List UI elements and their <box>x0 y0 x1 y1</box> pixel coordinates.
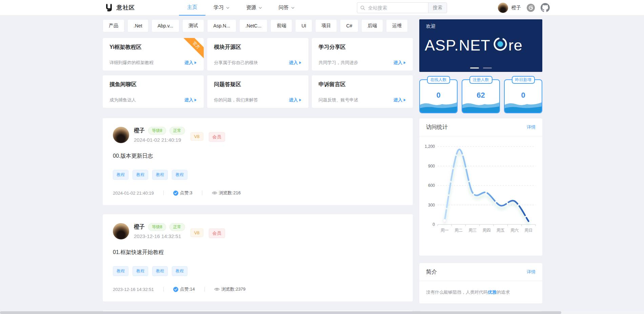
eye-icon <box>212 191 217 195</box>
svg-text:1,200: 1,200 <box>425 144 435 149</box>
enter-link[interactable]: 进入 <box>184 97 197 103</box>
post-date: 2024-01-02 21:40:19 <box>134 137 185 143</box>
visit-details-link[interactable]: 详情 <box>527 124 536 130</box>
category-card[interactable]: 官方 Yi框架教程区 详细到爆炸的框架教程 进入 <box>103 38 204 71</box>
post-title[interactable]: 01.框架快速开始教程 <box>113 249 403 256</box>
sidebar: 欢迎 ASP.NET re 在线人数 0 注 <box>419 19 542 314</box>
svg-text:600: 600 <box>428 183 435 188</box>
horizontal-scrollbar-thumb[interactable] <box>0 311 561 314</box>
tag-filter-button[interactable]: 测试 <box>182 19 204 32</box>
visit-stats-chart: 03006009001,200周一周二周三周四周五周六周日 <box>419 136 542 254</box>
post-avatar[interactable] <box>113 223 129 239</box>
user-name[interactable]: 橙子 <box>511 5 521 11</box>
post-tag[interactable]: 教程 <box>172 170 187 180</box>
brand[interactable]: 意社区 <box>105 3 135 12</box>
enter-link[interactable]: 进入 <box>184 60 197 66</box>
tag-filter-button[interactable]: 运维 <box>386 19 408 32</box>
category-desc: 共同学习，共同进步 <box>319 60 358 66</box>
enter-link[interactable]: 进入 <box>394 97 406 103</box>
welcome-banner[interactable]: 欢迎 ASP.NET re <box>419 19 542 72</box>
post-tag[interactable]: 教程 <box>152 266 168 276</box>
stat-value: 0 <box>505 91 542 100</box>
tag-filter-button[interactable]: 项目 <box>315 19 337 32</box>
category-desc: 问题反馈、账号申述 <box>319 97 358 103</box>
post-tag[interactable]: 教程 <box>133 266 148 276</box>
enter-link[interactable]: 进入 <box>289 97 302 103</box>
tag-filter-button[interactable]: C# <box>340 19 358 32</box>
post-author[interactable]: 橙子 <box>134 127 145 134</box>
post-tag[interactable]: 教程 <box>152 170 168 180</box>
nav-item[interactable]: 学习 <box>205 0 238 16</box>
intro-title: 简介 <box>426 269 437 276</box>
post-tag[interactable]: 教程 <box>133 170 148 180</box>
category-card[interactable]: 学习分享区 共同学习，共同进步 进入 <box>312 38 413 71</box>
stat-card: 注册人数 62 <box>462 79 500 113</box>
post-card: 橙子 等级8 正常 2024-01-02 21:40:19 V8 会员 00.版… <box>103 118 413 205</box>
post-footer-date: 2023-12-16 14:32:51 <box>113 287 154 292</box>
views-stat: 浏览数:2379 <box>214 286 246 292</box>
category-desc: 分享属于你自己的模块 <box>214 60 258 66</box>
level-badge: 等级8 <box>148 127 166 135</box>
category-title: 模块开源区 <box>214 44 301 51</box>
post-author[interactable]: 橙子 <box>134 223 145 231</box>
aspnet-core-logo: ASP.NET re <box>425 35 523 56</box>
carousel-dot[interactable] <box>483 67 492 68</box>
svg-text:900: 900 <box>428 164 435 169</box>
status-badge: 正常 <box>169 223 185 231</box>
category-title: Yi框架教程区 <box>109 44 197 51</box>
likes-stat: 点赞:3 <box>173 190 193 196</box>
member-badge: 会员 <box>209 229 225 238</box>
nav-item[interactable]: 问答 <box>270 0 303 16</box>
post-title[interactable]: 00.版本更新日志 <box>113 153 403 160</box>
stat-value: 62 <box>462 91 499 100</box>
tag-filter-button[interactable]: Abp.v... <box>152 19 179 32</box>
eye-icon <box>214 287 220 291</box>
category-card[interactable]: 模块开源区 分享属于你自己的模块 进入 <box>207 38 308 71</box>
svg-text:周五: 周五 <box>497 228 505 233</box>
search-input[interactable] <box>357 2 428 13</box>
tag-filter-button[interactable]: .Net <box>127 19 148 32</box>
category-card[interactable]: 问题答疑区 你的问题，我们来解答 进入 <box>207 75 308 108</box>
svg-text:周日: 周日 <box>524 228 532 233</box>
visit-stats-title: 访问统计 <box>426 124 448 131</box>
post-footer-date: 2024-01-02 21:40:19 <box>113 191 154 196</box>
check-circle-icon <box>173 287 178 292</box>
enter-link[interactable]: 进入 <box>394 60 406 66</box>
category-title: 问题答疑区 <box>214 81 301 88</box>
chevron-down-icon <box>226 6 230 10</box>
brand-title[interactable]: 意社区 <box>117 4 135 12</box>
carousel-dot-active[interactable] <box>470 67 479 68</box>
svg-text:0: 0 <box>432 222 435 227</box>
github-icon[interactable] <box>541 3 550 12</box>
tag-filter-button[interactable]: 产品 <box>103 19 124 32</box>
search-icon <box>360 5 365 12</box>
intro-highlight[interactable]: 优雅 <box>488 290 497 295</box>
post-tag[interactable]: 教程 <box>172 266 187 276</box>
search-button[interactable]: 搜索 <box>428 2 447 13</box>
enter-link[interactable]: 进入 <box>289 60 302 66</box>
avatar[interactable] <box>498 3 508 13</box>
main-column: 产品.NetAbp.v...测试Asp.N....NetC...前端UI项目C#… <box>103 19 413 314</box>
svg-text:周四: 周四 <box>483 228 491 233</box>
post-tag[interactable]: 教程 <box>113 170 128 180</box>
category-card[interactable]: 申诉留言区 问题反馈、账号申述 进入 <box>312 75 413 108</box>
post-date: 2023-12-16 14:32:51 <box>134 233 185 239</box>
visit-stats-card: 访问统计 详情 03006009001,200周一周二周三周四周五周六周日 <box>419 118 542 256</box>
post-avatar[interactable] <box>113 127 129 143</box>
category-card[interactable]: 摸鱼闲聊区 成为捕鱼达人 进入 <box>103 75 204 108</box>
tag-filter-button[interactable]: UI <box>295 19 312 32</box>
post-tag[interactable]: 教程 <box>113 266 128 276</box>
gitee-icon[interactable] <box>526 3 535 12</box>
nav-item[interactable]: 资源 <box>238 0 270 16</box>
likes-stat: 点赞:14 <box>173 286 195 292</box>
tag-filter-button[interactable]: .NetC... <box>239 19 267 32</box>
svg-text:300: 300 <box>428 203 435 208</box>
caret-right-icon <box>403 98 406 102</box>
tag-filter-button[interactable]: 前端 <box>270 19 292 32</box>
category-title: 申诉留言区 <box>319 81 406 88</box>
category-desc: 详细到爆炸的框架教程 <box>109 60 154 66</box>
tag-filter-button[interactable]: 后端 <box>361 19 383 32</box>
nav-item[interactable]: 主页 <box>179 0 205 16</box>
intro-details-link[interactable]: 详情 <box>527 269 536 275</box>
tag-filter-button[interactable]: Asp.N... <box>207 19 236 32</box>
